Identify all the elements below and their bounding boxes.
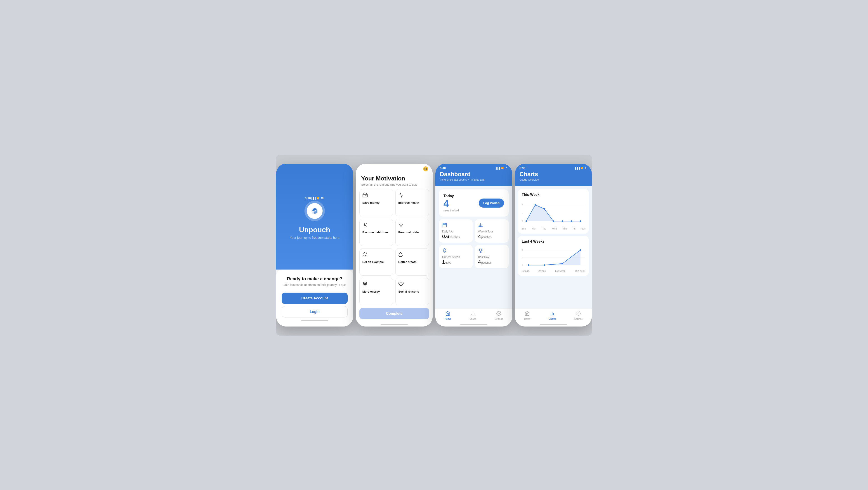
social-label: Social reasons bbox=[398, 290, 419, 294]
bar-chart-icon bbox=[478, 222, 505, 228]
nav-home-label-4: Home bbox=[524, 318, 530, 320]
this-week-svg: 2 1 0 bbox=[522, 200, 585, 226]
leaf-logo-icon bbox=[310, 207, 319, 215]
charts-body: This Week 2 1 0 bbox=[515, 186, 592, 308]
signal-icon: ▐▐▐ bbox=[311, 197, 315, 200]
dashboard-header: 5:40 ▐▐▐ 📶 7 Dashboard Time since last p… bbox=[435, 164, 512, 186]
settings-nav-icon-4 bbox=[576, 311, 581, 317]
motivation-card-save-money[interactable]: Save money bbox=[360, 189, 393, 216]
status-time-3: 5:40 bbox=[440, 166, 446, 170]
wifi-icon-3: 📶 bbox=[501, 167, 504, 170]
svg-point-43 bbox=[562, 263, 563, 264]
motivation-card-pride[interactable]: Personal pride bbox=[395, 219, 429, 246]
nav-charts-label-3: Charts bbox=[469, 318, 476, 320]
svg-point-29 bbox=[535, 204, 536, 206]
dashboard-subtitle: Time since last pouch: 7 minutes ago bbox=[440, 178, 508, 181]
trophy-icon bbox=[398, 222, 404, 229]
wifi-icon: 📶 bbox=[316, 197, 319, 200]
cta-subtitle: Join thousands of others on their journe… bbox=[282, 283, 348, 287]
label-this-week: This week bbox=[575, 270, 585, 272]
nav-home-3[interactable]: Home bbox=[445, 311, 451, 320]
last-4-labels: 3w ago 2w ago Last week This week bbox=[522, 270, 585, 272]
pride-label: Personal pride bbox=[398, 231, 418, 235]
svg-text:0: 0 bbox=[522, 220, 523, 222]
nav-settings-4[interactable]: Settings bbox=[575, 311, 583, 320]
svg-point-34 bbox=[580, 220, 581, 222]
logo-circle bbox=[305, 201, 325, 221]
motivation-card-energy[interactable]: More energy bbox=[360, 278, 393, 305]
dashboard-body: Today 4 uses tracked Log Pouch bbox=[435, 186, 512, 308]
home-nav-icon-3 bbox=[445, 311, 450, 317]
status-icons-3: ▐▐▐ 📶 7 bbox=[495, 167, 508, 170]
battery-3: 7 bbox=[504, 167, 508, 170]
this-week-title: This Week bbox=[522, 193, 585, 197]
heart-icon bbox=[398, 281, 404, 288]
energy-icon bbox=[362, 281, 368, 288]
label-fri: Fri bbox=[573, 227, 576, 230]
create-account-button[interactable]: Create Account bbox=[282, 293, 348, 304]
streak-value: 1days bbox=[442, 259, 469, 265]
svg-text:1: 1 bbox=[522, 211, 523, 214]
screen-charts: 5:33 ▐▐▐ 📶 8 Charts Usage Overview This … bbox=[515, 164, 592, 327]
nav-charts-4[interactable]: Charts bbox=[549, 311, 556, 320]
svg-text:2: 2 bbox=[522, 248, 523, 251]
nav-settings-label-3: Settings bbox=[495, 318, 503, 320]
status-icons-1: ▐▐▐ 📶 13 bbox=[311, 197, 324, 200]
motivation-card-habit[interactable]: Become habit free bbox=[360, 219, 393, 246]
label-sun: Sun bbox=[522, 227, 526, 230]
label-sat: Sat bbox=[582, 227, 585, 230]
battery-4: 8 bbox=[584, 167, 587, 170]
today-card: Today 4 uses tracked Log Pouch bbox=[439, 189, 508, 217]
log-pouch-button[interactable]: Log Pouch bbox=[479, 198, 504, 208]
svg-point-3 bbox=[364, 252, 365, 254]
nav-settings-3[interactable]: Settings bbox=[495, 311, 503, 320]
charts-nav-icon-4 bbox=[550, 311, 555, 317]
daily-avg-value: 0.6pouches bbox=[442, 234, 469, 240]
phone-motivation: 13 Your Motivation Select all the reason… bbox=[356, 164, 433, 327]
example-label: Set an example bbox=[362, 260, 384, 264]
breath-icon bbox=[398, 252, 404, 258]
stats-grid: Daily Avg 0.6pouches bbox=[439, 219, 508, 268]
phone-charts: 5:33 ▐▐▐ 📶 8 Charts Usage Overview This … bbox=[515, 164, 592, 327]
weekly-total-label: Weekly Total bbox=[478, 230, 505, 233]
save-money-label: Save money bbox=[362, 201, 379, 205]
nav-home-4[interactable]: Home bbox=[524, 311, 530, 320]
wifi-icon-4: 📶 bbox=[581, 167, 583, 170]
today-count: 4 bbox=[443, 199, 459, 209]
nav-charts-3[interactable]: Charts bbox=[469, 311, 476, 320]
motivation-title: Your Motivation bbox=[361, 175, 427, 182]
last-4-svg: 2 1 0 bbox=[522, 246, 585, 269]
bottom-nav-4: Home Charts bbox=[515, 308, 592, 322]
label-last-week: Last week bbox=[555, 270, 565, 272]
svg-point-31 bbox=[553, 220, 554, 222]
dashboard-title: Dashboard bbox=[440, 171, 508, 178]
phone-dashboard: 5:40 ▐▐▐ 📶 7 Dashboard Time since last p… bbox=[435, 164, 512, 327]
status-bar-1: 5:16 ▐▐▐ 📶 13 bbox=[301, 194, 329, 201]
login-button[interactable]: Login bbox=[282, 306, 348, 317]
screen-motivation: 13 Your Motivation Select all the reason… bbox=[356, 164, 433, 327]
motivation-card-breath[interactable]: Better breath bbox=[395, 248, 429, 276]
stat-weekly-total: Weekly Total 4pouches bbox=[475, 219, 508, 243]
svg-rect-9 bbox=[443, 223, 447, 227]
status-time-4: 5:33 bbox=[520, 166, 525, 170]
desktop: 5:16 ▐▐▐ 📶 13 bbox=[276, 155, 592, 336]
motivation-card-health[interactable]: Improve health bbox=[395, 189, 429, 216]
svg-rect-1 bbox=[363, 194, 367, 197]
svg-point-32 bbox=[562, 220, 563, 222]
phone-welcome: 5:16 ▐▐▐ 📶 13 bbox=[276, 164, 353, 327]
signal-icon-3: ▐▐▐ bbox=[495, 167, 500, 170]
nav-charts-label-4: Charts bbox=[549, 318, 556, 320]
complete-button[interactable]: Complete bbox=[360, 308, 429, 319]
svg-point-44 bbox=[580, 249, 581, 251]
nav-home-label-3: Home bbox=[445, 318, 451, 320]
motivation-card-social[interactable]: Social reasons bbox=[395, 278, 429, 305]
svg-point-42 bbox=[544, 264, 545, 266]
status-bar-3: 5:40 ▐▐▐ 📶 7 bbox=[440, 164, 508, 171]
home-indicator-4 bbox=[540, 324, 567, 325]
screen-dashboard: 5:40 ▐▐▐ 📶 7 Dashboard Time since last p… bbox=[435, 164, 512, 327]
app-subtitle: Your journey to freedom starts here bbox=[290, 236, 340, 240]
this-week-chart: This Week 2 1 0 bbox=[518, 189, 589, 234]
motivation-card-example[interactable]: Set an example bbox=[360, 248, 393, 276]
last-4-chart-area: 2 1 0 bbox=[522, 246, 585, 269]
svg-point-28 bbox=[526, 220, 527, 222]
